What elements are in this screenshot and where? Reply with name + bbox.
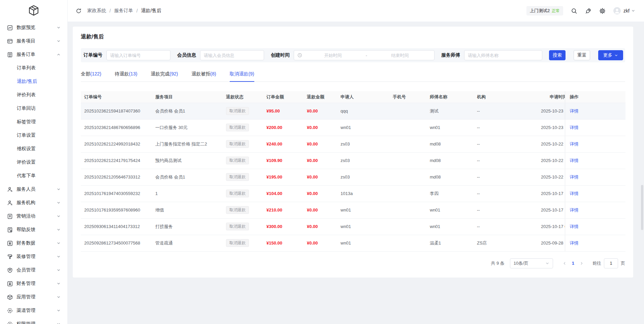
sidebar-item-order-list[interactable]: 订单列表: [0, 61, 67, 75]
dashed-circle-icon: [7, 308, 13, 314]
col-refund-amount: 退款金额: [303, 91, 337, 103]
order-no-input[interactable]: [106, 50, 170, 60]
sidebar: 数据预览 服务项目 服务订单 订单列表 退款/售后 评价列表 订单回访 标签管理…: [0, 0, 68, 324]
search-button[interactable]: 搜索: [549, 50, 566, 60]
sidebar-item-rights-settings[interactable]: 维权设置: [0, 142, 67, 156]
detail-link[interactable]: 详情: [570, 141, 579, 147]
tab-refund-rejected[interactable]: 退款被拒(8): [192, 70, 216, 82]
cell-refund-amount: ¥0.00: [303, 119, 337, 136]
goto-page-input[interactable]: [604, 258, 618, 268]
tab-cancelled-refund[interactable]: 取消退款(9): [230, 70, 254, 82]
sidebar-item-service-items[interactable]: 服务项目: [0, 34, 67, 48]
sidebar-item-marketing[interactable]: 营销活动: [0, 209, 67, 223]
sidebar-item-feedback[interactable]: 帮助反馈: [0, 223, 67, 236]
table-row[interactable]: 20251022621224179175424 预约商品测试 取消退款 ¥109…: [81, 152, 625, 169]
sidebar-item-service-agency[interactable]: 服务机构: [0, 196, 67, 209]
gear-icon[interactable]: [599, 8, 606, 14]
search-icon[interactable]: [571, 8, 577, 14]
sidebar-item-data-overview[interactable]: 数据预览: [0, 21, 67, 34]
col-actions: 操作: [565, 91, 625, 103]
table-row[interactable]: 20250928612734500077568 管道疏通 取消退款 ¥150.0…: [81, 235, 625, 251]
cell-refund-amount: ¥0.00: [303, 103, 337, 119]
next-page-icon[interactable]: [577, 261, 586, 265]
date-range-picker[interactable]: -: [294, 50, 434, 60]
status-tag: 取消退款: [226, 157, 249, 165]
table-row[interactable]: 20251017619474030559232 1 取消退款 ¥104.00 ¥…: [81, 185, 625, 202]
avatar[interactable]: [613, 7, 621, 14]
detail-link[interactable]: 详情: [570, 240, 579, 246]
service-master-input[interactable]: [464, 50, 542, 60]
range-separator: -: [364, 53, 369, 58]
user-name[interactable]: zkf: [623, 8, 630, 13]
end-time-input[interactable]: [369, 53, 431, 58]
sidebar-item-order-followup[interactable]: 订单回访: [0, 102, 67, 115]
breadcrumb-item[interactable]: 服务订单: [114, 8, 133, 14]
tab-all[interactable]: 全部(122): [81, 70, 101, 82]
table-row[interactable]: 20251023621594187407360 会员价格 会员1 取消退款 ¥9…: [81, 103, 625, 119]
member-info-input[interactable]: [200, 50, 264, 60]
app-logo[interactable]: [0, 0, 67, 21]
detail-link[interactable]: 详情: [570, 174, 579, 180]
table-row[interactable]: 20251017619359597608960 增值 取消退款 ¥210.00 …: [81, 202, 625, 218]
cell-order-no: 20250930613411404173312: [81, 218, 152, 235]
page-size-select[interactable]: 10条/页: [510, 258, 553, 268]
table-row[interactable]: 20251022621224992018432 上门服务指定价格 指定二2 取消…: [81, 136, 625, 152]
sidebar-item-review-list[interactable]: 评价列表: [0, 88, 67, 102]
cell-apply-time: 2025-10-23: [541, 103, 565, 119]
sidebar-item-label: 营销活动: [17, 213, 57, 219]
sidebar-item-refund-aftersales[interactable]: 退款/售后: [0, 75, 67, 88]
tab-pending-refund[interactable]: 待退款(13): [115, 70, 137, 82]
tab-label: 退款被拒: [192, 71, 211, 76]
detail-link[interactable]: 详情: [570, 125, 579, 130]
detail-link[interactable]: 详情: [570, 207, 579, 213]
sidebar-item-finance[interactable]: 财务管理: [0, 277, 67, 290]
environment-badge[interactable]: 上门测试2 正常: [526, 6, 563, 15]
sidebar-item-review-settings[interactable]: 评价设置: [0, 156, 67, 169]
sidebar-item-permissions[interactable]: 权限管理: [0, 317, 67, 324]
sidebar-item-finance-data[interactable]: 财务数据: [0, 236, 67, 250]
detail-link[interactable]: 详情: [570, 158, 579, 163]
sidebar-item-channels[interactable]: 渠道管理: [0, 304, 67, 317]
sidebar-item-members[interactable]: 会员管理: [0, 263, 67, 277]
sidebar-item-label: 数据预览: [17, 25, 57, 31]
detail-link[interactable]: 详情: [570, 108, 579, 114]
more-button[interactable]: 更多: [598, 50, 623, 60]
start-time-input[interactable]: [302, 53, 364, 58]
col-order-no: 订单编号: [81, 91, 152, 103]
col-organization: 机构: [474, 91, 541, 103]
status-tag: 取消退款: [226, 140, 249, 148]
chevron-down-icon[interactable]: [631, 9, 635, 13]
sidebar-item-order-settings[interactable]: 订单设置: [0, 129, 67, 142]
breadcrumb-separator: /: [136, 8, 138, 13]
detail-link[interactable]: 详情: [570, 191, 579, 196]
cell-service: 一口价服务 30元: [152, 119, 223, 136]
clock-icon: [297, 53, 302, 58]
cell-service: 增值: [152, 202, 223, 218]
cell-order-no: 20251022621224992018432: [81, 136, 152, 152]
table-row[interactable]: 20251022621205646733312 会员价格 会员1 取消退款 ¥1…: [81, 169, 625, 185]
sidebar-item-tag-management[interactable]: 标签管理: [0, 115, 67, 129]
sidebar-item-service-staff[interactable]: 服务人员: [0, 183, 67, 196]
sidebar-item-apps[interactable]: 应用管理: [0, 290, 67, 304]
col-apply-time: 申请时间: [541, 91, 565, 103]
refresh-icon[interactable]: [76, 8, 82, 14]
sidebar-item-proxy-order[interactable]: 代客下单: [0, 169, 67, 183]
table-row[interactable]: 20250930613411404173312 打捞服务 取消退款 ¥300.0…: [81, 218, 625, 235]
prev-page-icon[interactable]: [560, 261, 569, 265]
detail-link[interactable]: 详情: [570, 224, 579, 229]
tab-count: (13): [129, 71, 137, 76]
reset-button[interactable]: 重置: [574, 50, 590, 60]
breadcrumb-item[interactable]: 家政系统: [87, 8, 106, 14]
sidebar-item-label: 帮助反馈: [17, 227, 57, 233]
tab-refund-complete[interactable]: 退款完成(92): [151, 70, 178, 82]
sidebar-item-service-orders[interactable]: 服务订单: [0, 48, 67, 61]
current-page[interactable]: 1: [569, 261, 577, 266]
table-row[interactable]: 20251023621486760656896 一口价服务 30元 取消退款 ¥…: [81, 119, 625, 136]
rocket-icon[interactable]: [585, 8, 591, 14]
scrollbar-thumb[interactable]: [641, 185, 643, 230]
order-no-label: 订单编号: [84, 52, 102, 58]
sidebar-item-decoration[interactable]: 装修管理: [0, 250, 67, 263]
sidebar-item-label: 财务管理: [17, 281, 57, 287]
badge-icon: [7, 267, 13, 273]
cell-apply-time: 2025-10-17: [541, 202, 565, 218]
